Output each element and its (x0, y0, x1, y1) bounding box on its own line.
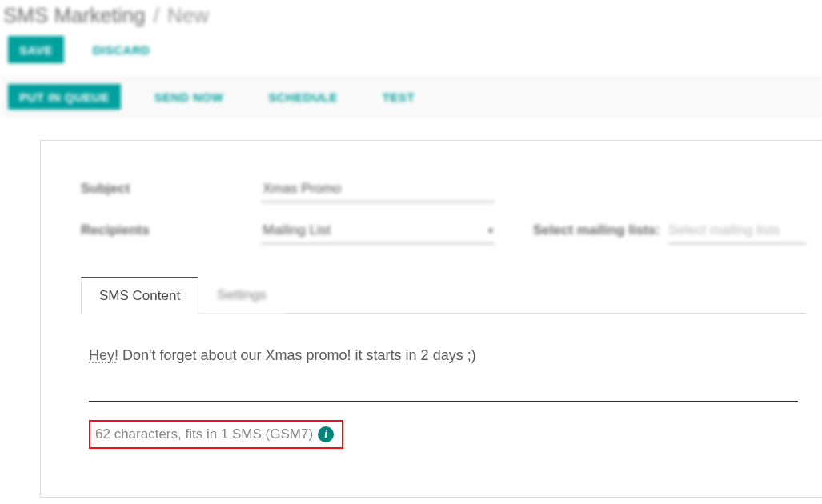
sms-body-text[interactable]: Hey! Don't forget about our Xmas promo! … (89, 346, 798, 366)
subject-value: Xmas Promo (263, 181, 341, 197)
recipients-label: Recipients (81, 222, 261, 238)
recipients-value: Mailing List (263, 222, 331, 238)
mailing-lists-label: Select mailing lists: (533, 222, 660, 238)
sms-content-panel: Hey! Don't forget about our Xmas promo! … (81, 314, 806, 449)
info-icon[interactable]: i (318, 426, 334, 442)
save-button[interactable]: SAVE (8, 36, 64, 63)
form-sheet-wrap: Subject Xmas Promo Recipients Mailing Li… (0, 116, 822, 498)
chevron-down-icon: ▾ (488, 225, 493, 236)
sms-char-counter: 62 characters, fits in 1 SMS (GSM7) i (89, 420, 343, 449)
mailing-lists-input[interactable]: Select mailing lists (668, 217, 806, 244)
form-sheet: Subject Xmas Promo Recipients Mailing Li… (40, 140, 822, 498)
tab-sms-content[interactable]: SMS Content (81, 277, 198, 314)
breadcrumb-current: New (167, 3, 209, 28)
sms-body-underline (89, 401, 798, 402)
put-in-queue-button[interactable]: PUT IN QUEUE (8, 84, 121, 110)
mailing-lists-placeholder: Select mailing lists (668, 222, 780, 238)
breadcrumb-separator: / (154, 3, 159, 28)
subject-input[interactable]: Xmas Promo (261, 175, 495, 202)
subject-label: Subject (81, 181, 261, 197)
recipients-row: Recipients Mailing List ▾ Select mailing… (81, 217, 806, 244)
subject-row: Subject Xmas Promo (81, 175, 806, 202)
tabs: SMS Content Settings (81, 276, 806, 314)
recipients-select[interactable]: Mailing List ▾ (261, 217, 495, 244)
status-bar: PUT IN QUEUE SEND NOW SCHEDULE TEST (0, 78, 822, 116)
tab-settings[interactable]: Settings (198, 277, 284, 314)
test-button[interactable]: TEST (371, 84, 426, 110)
schedule-button[interactable]: SCHEDULE (257, 84, 349, 110)
sms-char-counter-text: 62 characters, fits in 1 SMS (GSM7) (95, 426, 313, 442)
sms-body-firstword: Hey! (89, 347, 118, 363)
sms-body-rest: Don't forget about our Xmas promo! it st… (118, 347, 476, 363)
edit-bar: SAVE DISCARD (0, 36, 822, 78)
breadcrumb-root[interactable]: SMS Marketing (3, 3, 146, 28)
discard-button[interactable]: DISCARD (82, 36, 162, 63)
send-now-button[interactable]: SEND NOW (143, 84, 235, 110)
breadcrumb: SMS Marketing / New (0, 0, 822, 36)
